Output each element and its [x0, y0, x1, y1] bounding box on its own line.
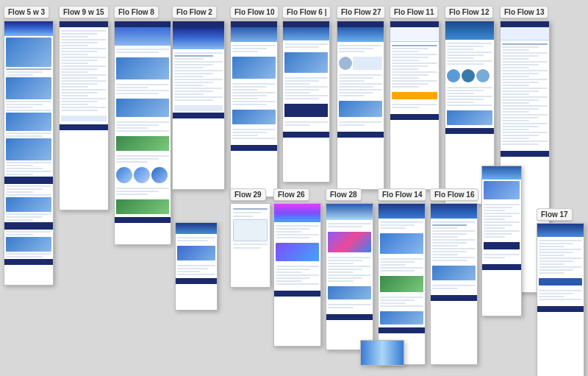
flow-card-5[interactable]: Flow 5 w 3 — [4, 6, 54, 285]
flow-label-28: Flow 28 — [326, 188, 362, 201]
flow-label-16: Flo Flow 16 — [430, 188, 478, 201]
flow-preview-17[interactable] — [537, 223, 584, 376]
flow-preview-8[interactable] — [114, 21, 171, 245]
flow-preview-10[interactable] — [230, 21, 278, 197]
flow-label-29: Flow 29 — [230, 188, 266, 201]
flow-label-9: Flow 9 w 15 — [59, 6, 109, 18]
flow-preview-5[interactable] — [4, 21, 54, 285]
flow-sub-card-1[interactable] — [175, 222, 218, 311]
flow-card-27[interactable]: Flo Flow 27 — [337, 6, 385, 190]
flow-card-9[interactable]: Flow 9 w 15 — [59, 6, 109, 210]
flow-sub-card-2[interactable] — [481, 166, 522, 316]
flow-label-2: Flo Flow 2 — [172, 6, 217, 18]
flow-preview-16[interactable] — [430, 203, 478, 365]
flow-preview-26[interactable] — [273, 203, 321, 347]
flow-mini-card[interactable] — [360, 340, 404, 366]
flow-preview-6[interactable] — [282, 21, 330, 182]
flow-sub-preview-2[interactable] — [481, 166, 522, 316]
flow-card-6[interactable]: Flo Flow 6 | — [282, 6, 331, 182]
flow-preview-2[interactable] — [172, 21, 225, 190]
flow-card-29[interactable]: Flow 29 — [230, 188, 270, 288]
flow-card-11[interactable]: Flo Flow 11 — [390, 6, 440, 190]
flow-preview-28[interactable] — [326, 203, 373, 350]
flow-card-17[interactable]: Flow 17 — [537, 208, 584, 376]
flow-card-14[interactable]: Flo Flow 14 — [378, 188, 426, 365]
flow-sub-preview-1[interactable] — [175, 222, 218, 311]
flow-card-28[interactable]: Flow 28 — [326, 188, 373, 350]
flow-label-13: Flo Flow 13 — [500, 6, 548, 18]
flow-label-6: Flo Flow 6 | — [282, 6, 331, 18]
flow-label-14: Flo Flow 14 — [378, 188, 426, 201]
flow-mini-preview[interactable] — [360, 340, 404, 366]
flow-label-12: Flo Flow 12 — [445, 6, 493, 18]
flow-preview-11[interactable] — [390, 21, 440, 190]
flow-preview-29[interactable] — [230, 203, 270, 288]
flow-label-5: Flow 5 w 3 — [4, 6, 49, 18]
flow-label-17: Flow 17 — [537, 208, 573, 221]
flow-preview-9[interactable] — [59, 21, 109, 210]
flow-label-10: Flo Flow 10 — [230, 6, 279, 18]
flow-label-8: Flo Flow 8 — [114, 6, 159, 18]
flow-label-11: Flo Flow 11 — [390, 6, 438, 18]
flow-label-27: Flo Flow 27 — [337, 6, 385, 18]
flow-card-16[interactable]: Flo Flow 16 — [430, 188, 478, 365]
flow-preview-27[interactable] — [337, 21, 384, 190]
flow-card-8[interactable]: Flo Flow 8 — [114, 6, 171, 245]
flow-label-26: Flow 26 — [273, 188, 309, 201]
flow-card-26[interactable]: Flow 26 — [273, 188, 321, 347]
flow-card-10[interactable]: Flo Flow 10 — [230, 6, 279, 197]
flow-card-2[interactable]: Flo Flow 2 — [172, 6, 225, 190]
